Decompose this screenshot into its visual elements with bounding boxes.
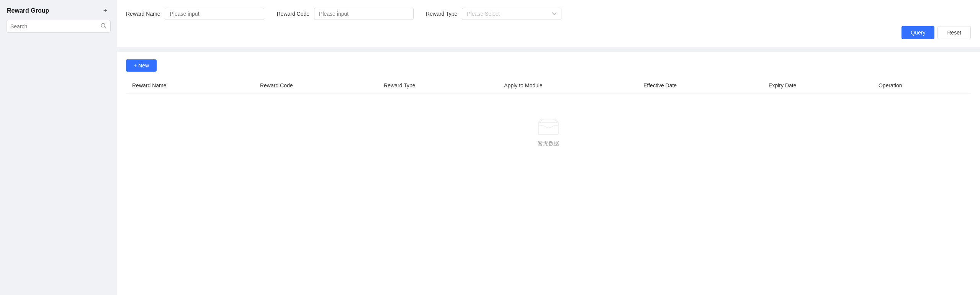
query-button[interactable]: Query bbox=[901, 26, 934, 39]
table-header: Reward Name Reward Code Reward Type Appl… bbox=[126, 78, 971, 93]
reward-code-label: Reward Code bbox=[276, 11, 309, 17]
svg-line-1 bbox=[105, 27, 106, 28]
sidebar-title: Reward Group bbox=[7, 7, 49, 14]
table-panel: + New Reward Name Reward Code Reward Typ… bbox=[117, 52, 980, 295]
sidebar: Reward Group + bbox=[0, 0, 117, 295]
col-effective-date: Effective Date bbox=[637, 78, 762, 93]
reward-type-select[interactable]: Please Select bbox=[462, 8, 561, 20]
filter-actions: Query Reset bbox=[126, 26, 971, 39]
reward-type-label: Reward Type bbox=[426, 11, 457, 17]
col-reward-code: Reward Code bbox=[254, 78, 378, 93]
empty-state: 暂无数据 bbox=[126, 93, 971, 170]
main-content: Reward Name Reward Code Reward Type Plea… bbox=[117, 0, 980, 295]
data-table: Reward Name Reward Code Reward Type Appl… bbox=[126, 78, 971, 93]
table-header-row: Reward Name Reward Code Reward Type Appl… bbox=[126, 78, 971, 93]
reward-name-label: Reward Name bbox=[126, 11, 160, 17]
col-reward-name: Reward Name bbox=[126, 78, 254, 93]
table-toolbar: + New bbox=[126, 59, 971, 72]
col-reward-type: Reward Type bbox=[378, 78, 498, 93]
reward-code-input[interactable] bbox=[314, 8, 414, 20]
reward-code-field: Reward Code bbox=[276, 8, 414, 20]
sidebar-title-row: Reward Group + bbox=[6, 6, 111, 15]
svg-rect-2 bbox=[538, 123, 559, 135]
reward-name-input[interactable] bbox=[165, 8, 264, 20]
reward-type-field: Reward Type Please Select bbox=[426, 8, 561, 20]
sidebar-add-button[interactable]: + bbox=[101, 6, 110, 15]
col-expiry-date: Expiry Date bbox=[762, 78, 872, 93]
filter-row: Reward Name Reward Code Reward Type Plea… bbox=[126, 8, 971, 20]
new-button[interactable]: + New bbox=[126, 59, 157, 72]
empty-icon bbox=[537, 116, 560, 136]
search-box bbox=[6, 20, 111, 33]
search-input[interactable] bbox=[10, 23, 97, 30]
col-apply-to-module: Apply to Module bbox=[498, 78, 637, 93]
search-icon bbox=[100, 23, 106, 30]
empty-text: 暂无数据 bbox=[538, 140, 559, 147]
reset-button[interactable]: Reset bbox=[937, 26, 971, 39]
filter-panel: Reward Name Reward Code Reward Type Plea… bbox=[117, 0, 980, 47]
col-operation: Operation bbox=[872, 78, 971, 93]
reward-name-field: Reward Name bbox=[126, 8, 264, 20]
